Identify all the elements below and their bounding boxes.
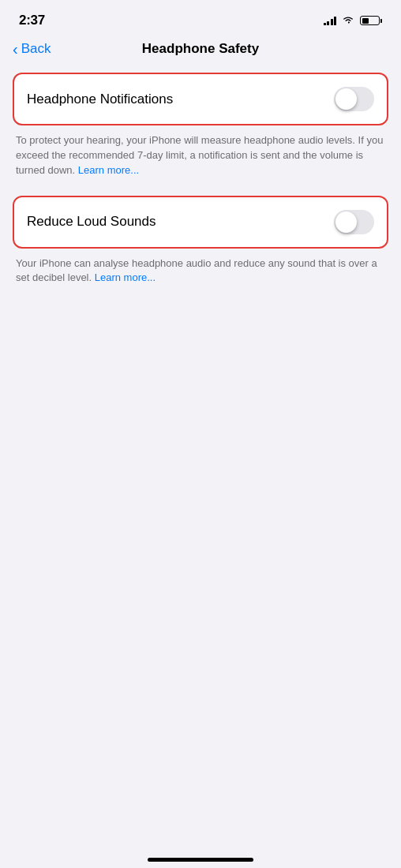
reduce-loud-sounds-toggle[interactable] [334,210,374,234]
reduce-loud-sounds-card: Reduce Loud Sounds [13,196,388,249]
toggle-knob-2 [335,211,357,233]
main-content: Headphone Notifications To protect your … [0,66,401,286]
wifi-icon [342,13,354,28]
headphone-notifications-toggle[interactable] [334,87,374,111]
status-bar: 2:37 [0,0,401,35]
toggle-knob [335,88,357,110]
home-indicator [148,858,253,862]
headphone-notifications-learn-more[interactable]: Learn more... [78,164,139,176]
reduce-loud-sounds-description: Your iPhone can analyse headphone audio … [13,256,388,286]
page-title: Headphone Safety [142,41,259,57]
reduce-loud-sounds-learn-more[interactable]: Learn more... [95,271,156,283]
nav-bar: ‹ Back Headphone Safety [0,35,401,66]
status-icons [324,13,383,28]
back-button[interactable]: ‹ Back [13,41,51,57]
headphone-notifications-card: Headphone Notifications [13,73,388,125]
reduce-loud-sounds-label: Reduce Loud Sounds [27,214,156,230]
headphone-notifications-label: Headphone Notifications [27,92,173,107]
signal-icon [324,16,337,25]
battery-icon [360,16,382,25]
back-chevron-icon: ‹ [13,41,18,57]
back-label: Back [21,41,51,57]
status-time: 2:37 [19,13,45,28]
headphone-notifications-description: To protect your hearing, your iPhone wil… [13,133,388,178]
